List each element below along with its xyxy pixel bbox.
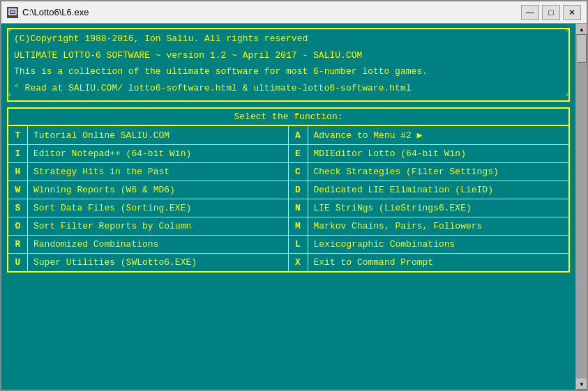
menu-label-H: Strategy Hits in the Past (28, 163, 288, 181)
menu-key-W: W (8, 181, 28, 199)
window-controls: — □ ✕ (521, 5, 581, 20)
menu-label-O: Sort Filter Reports by Column (28, 217, 288, 235)
menu-key-R: R (8, 236, 28, 253)
menu-item-O[interactable]: O Sort Filter Reports by Column (8, 217, 289, 236)
menu-item-C[interactable]: C Check Strategies (Filter Settings) (289, 163, 569, 181)
close-button[interactable]: ✕ (563, 5, 581, 20)
menu-label-R: Randomized Combinations (28, 236, 288, 253)
terminal: ° ° ° ° (C)Copyright 1988-2016, Ion Sali… (1, 24, 575, 390)
info-block: ° ° ° ° (C)Copyright 1988-2016, Ion Sali… (7, 28, 570, 102)
menu-label-T: Tutorial Online SALIU.COM (28, 126, 288, 144)
content-area: ° ° ° ° (C)Copyright 1988-2016, Ion Sali… (1, 24, 587, 390)
menu-key-H: H (8, 163, 28, 181)
menu-label-M: Markov Chains, Pairs, Followers (308, 217, 569, 235)
menu-box: Select the function: T Tutorial Online S… (7, 107, 570, 273)
menu-item-R[interactable]: R Randomized Combinations (8, 236, 289, 254)
menu-label-C: Check Strategies (Filter Settings) (308, 163, 569, 181)
menu-item-H[interactable]: H Strategy Hits in the Past (8, 163, 289, 181)
menu-item-A[interactable]: A Advance to Menu #2 ▶ (289, 126, 569, 145)
menu-key-E: E (289, 145, 308, 162)
menu-key-L: L (289, 236, 308, 253)
info-line1: (C)Copyright 1988-2016, Ion Saliu. All r… (14, 32, 563, 46)
window-icon (7, 7, 18, 18)
menu-label-X: Exit to Command Prompt (308, 254, 569, 271)
menu-key-U: U (8, 254, 28, 271)
svg-rect-1 (10, 10, 15, 13)
info-line4: ° Read at SALIU.COM/ lotto6-software.htm… (14, 82, 563, 95)
corner-tr: ° (565, 29, 569, 36)
menu-item-X[interactable]: X Exit to Command Prompt (289, 254, 569, 271)
menu-label-U: Super Utilities (SWLotto6.EXE) (28, 254, 288, 271)
menu-key-T: T (8, 126, 28, 144)
menu-item-W[interactable]: W Winning Reports (W6 & MD6) (8, 181, 289, 199)
menu-item-T[interactable]: T Tutorial Online SALIU.COM (8, 126, 289, 145)
scroll-down-button[interactable]: ▼ (576, 378, 587, 390)
maximize-button[interactable]: □ (542, 5, 560, 20)
menu-label-S: Sort Data Files (Sorting.EXE) (28, 199, 288, 217)
menu-key-X: X (289, 254, 308, 271)
menu-item-N[interactable]: N LIE StriNgs (LieStrings6.EXE) (289, 199, 569, 217)
menu-key-A: A (289, 126, 308, 144)
title-bar: C:\Lotto6\L6.exe — □ ✕ (1, 1, 587, 24)
menu-label-N: LIE StriNgs (LieStrings6.EXE) (308, 199, 569, 217)
menu-label-E: MDIEditor Lotto (64-bit Win) (308, 145, 569, 162)
menu-item-I[interactable]: I Editor Notepad++ (64-bit Win) (8, 145, 289, 163)
menu-label-L: Lexicographic Combinations (308, 236, 569, 253)
menu-item-D[interactable]: D Dedicated LIE Elimination (LieID) (289, 181, 569, 199)
menu-item-M[interactable]: M Markov Chains, Pairs, Followers (289, 217, 569, 236)
menu-item-L[interactable]: L Lexicographic Combinations (289, 236, 569, 254)
menu-label-D: Dedicated LIE Elimination (LieID) (308, 181, 569, 199)
menu-title: Select the function: (8, 109, 568, 126)
scrollbar-track[interactable] (576, 35, 587, 378)
corner-tl: ° (8, 29, 12, 36)
menu-key-C: C (289, 163, 308, 181)
corner-br: ° (565, 93, 569, 101)
menu-key-N: N (289, 199, 308, 217)
menu-key-D: D (289, 181, 308, 199)
info-line3: This is a collection of the ultimate sof… (14, 65, 563, 79)
menu-key-M: M (289, 217, 308, 235)
menu-label-A: Advance to Menu #2 ▶ (308, 126, 569, 144)
menu-label-I: Editor Notepad++ (64-bit Win) (28, 145, 288, 162)
scrollbar-thumb[interactable] (577, 35, 587, 63)
menu-key-S: S (8, 199, 28, 217)
menu-label-W: Winning Reports (W6 & MD6) (28, 181, 288, 199)
scrollbar[interactable]: ▲ ▼ (575, 24, 587, 390)
corner-bl: ° (8, 93, 12, 101)
minimize-button[interactable]: — (521, 5, 539, 20)
menu-key-I: I (8, 145, 28, 162)
window-title: C:\Lotto6\L6.exe (22, 7, 521, 17)
menu-grid: T Tutorial Online SALIU.COM A Advance to… (8, 126, 568, 271)
scroll-up-button[interactable]: ▲ (576, 24, 587, 35)
menu-key-O: O (8, 217, 28, 235)
menu-item-S[interactable]: S Sort Data Files (Sorting.EXE) (8, 199, 289, 217)
info-line2: ULTIMATE LOTTO-6 SOFTWARE ~ version 1.2 … (14, 49, 563, 63)
menu-item-U[interactable]: U Super Utilities (SWLotto6.EXE) (8, 254, 289, 271)
menu-item-E[interactable]: E MDIEditor Lotto (64-bit Win) (289, 145, 569, 163)
main-window: C:\Lotto6\L6.exe — □ ✕ ° ° ° ° (C)Copyri… (0, 0, 588, 391)
